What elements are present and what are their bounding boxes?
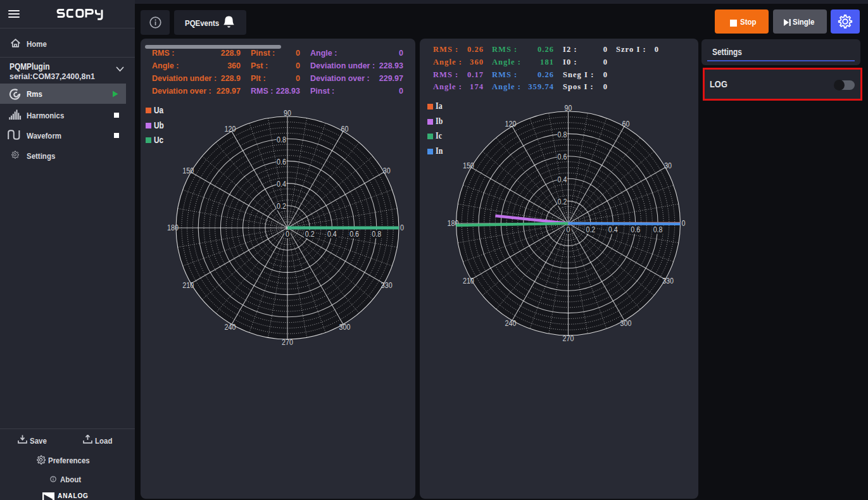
svg-text:60: 60 [341, 125, 349, 134]
svg-text:210: 210 [463, 277, 474, 285]
svg-text:270: 270 [563, 334, 574, 343]
svg-text:120: 120 [505, 120, 517, 128]
svg-text:180: 180 [448, 219, 459, 228]
svg-text:0.2: 0.2 [558, 197, 567, 206]
svg-text:150: 150 [463, 161, 474, 170]
svg-text:330: 330 [381, 281, 393, 290]
svg-text:60: 60 [622, 120, 630, 128]
svg-text:0.4: 0.4 [327, 230, 337, 239]
svg-text:300: 300 [339, 323, 351, 332]
svg-text:0.8: 0.8 [277, 135, 286, 144]
svg-text:0.4: 0.4 [558, 175, 567, 184]
svg-text:0.8: 0.8 [653, 225, 663, 234]
svg-text:0.6: 0.6 [558, 153, 567, 161]
svg-text:0: 0 [682, 219, 686, 228]
svg-text:90: 90 [284, 109, 291, 118]
svg-text:270: 270 [282, 338, 293, 347]
svg-text:0: 0 [286, 230, 289, 239]
svg-text:30: 30 [664, 161, 672, 170]
svg-text:0.4: 0.4 [608, 225, 618, 234]
svg-text:0.4: 0.4 [277, 180, 286, 189]
svg-text:0.6: 0.6 [631, 225, 640, 234]
svg-text:180: 180 [167, 223, 179, 232]
svg-text:150: 150 [182, 166, 194, 175]
svg-text:0.2: 0.2 [277, 202, 286, 211]
svg-text:0.6: 0.6 [349, 230, 359, 239]
svg-text:0.8: 0.8 [558, 130, 567, 139]
svg-text:210: 210 [182, 281, 194, 290]
svg-text:120: 120 [225, 125, 236, 134]
svg-text:30: 30 [383, 166, 391, 175]
svg-text:0.2: 0.2 [305, 230, 315, 239]
svg-text:240: 240 [505, 319, 517, 328]
svg-text:0.6: 0.6 [277, 158, 286, 166]
svg-text:0.2: 0.2 [586, 225, 595, 234]
svg-text:90: 90 [565, 104, 572, 113]
svg-text:330: 330 [662, 277, 674, 285]
svg-text:240: 240 [225, 323, 236, 332]
svg-text:0: 0 [400, 223, 404, 232]
svg-text:0.8: 0.8 [372, 230, 381, 239]
svg-text:0: 0 [567, 225, 570, 234]
svg-text:300: 300 [620, 319, 632, 328]
